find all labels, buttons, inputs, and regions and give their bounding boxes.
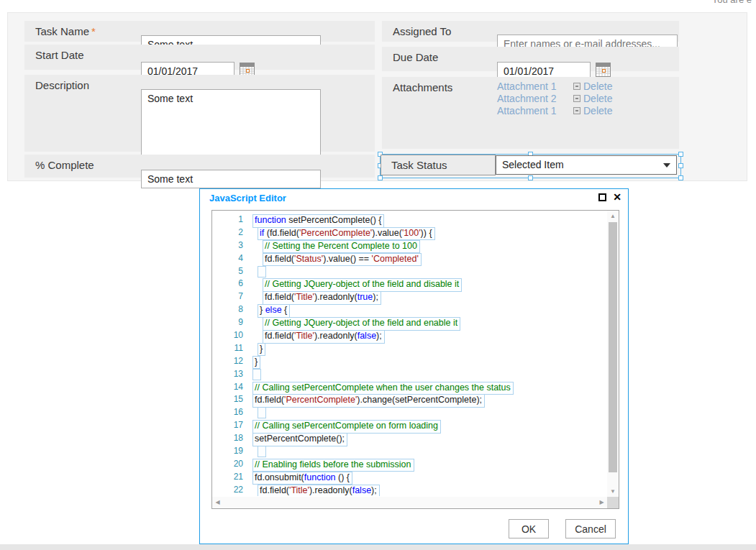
attachment-row: Attachment 2Delete bbox=[497, 93, 612, 104]
assigned-to-label: Assigned To bbox=[393, 25, 451, 37]
attachment-row: Attachment 1Delete bbox=[497, 105, 612, 116]
start-date-label: Start Date bbox=[35, 49, 84, 61]
code-line: setPercentComplete(); bbox=[252, 432, 606, 445]
line-number: 7 bbox=[212, 290, 252, 303]
line-number: 2 bbox=[212, 226, 252, 239]
code-line: } else { bbox=[252, 303, 606, 316]
line-number: 19 bbox=[212, 445, 252, 458]
delete-icon[interactable] bbox=[573, 83, 580, 90]
page: You are e Task Name* Start Date Descript… bbox=[0, 0, 756, 550]
selection-handle[interactable] bbox=[678, 152, 683, 157]
line-number: 22 bbox=[212, 484, 252, 497]
code-lines: function setPercentComplete() {if (fd.fi… bbox=[252, 214, 606, 496]
line-number: 10 bbox=[212, 329, 252, 342]
code-line: function setPercentComplete() { bbox=[252, 214, 606, 226]
selection-handle[interactable] bbox=[678, 163, 683, 168]
due-date-calendar-icon[interactable] bbox=[596, 63, 611, 77]
field-row-attachments: Attachments Attachment 1Delete Attachmen… bbox=[382, 77, 679, 149]
ok-button[interactable]: OK bbox=[509, 519, 549, 538]
scrollbar-corner bbox=[607, 497, 619, 508]
horizontal-scrollbar[interactable]: ◀ ▶ bbox=[212, 497, 607, 508]
selection-handle[interactable] bbox=[528, 175, 533, 180]
delete-link[interactable]: Delete bbox=[583, 93, 612, 104]
attachment-link[interactable]: Attachment 1 bbox=[497, 105, 568, 116]
selection-handle[interactable] bbox=[678, 175, 683, 180]
bottom-strip bbox=[0, 544, 756, 550]
code-line bbox=[252, 406, 606, 419]
code-line: // Enabling fields before the submission bbox=[252, 458, 606, 471]
description-label: Description bbox=[35, 79, 89, 91]
percent-complete-input[interactable] bbox=[141, 170, 321, 188]
task-status-value: Selected Item bbox=[502, 159, 564, 170]
line-number: 8 bbox=[212, 303, 252, 316]
code-line: fd.field('Title').readonly(true); bbox=[252, 290, 606, 303]
line-number: 18 bbox=[212, 432, 252, 445]
attachment-row: Attachment 1Delete bbox=[497, 81, 612, 92]
line-number: 20 bbox=[212, 458, 252, 471]
line-number: 15 bbox=[212, 393, 252, 406]
code-line: // Getting JQuery-object of the field an… bbox=[252, 316, 606, 329]
percent-complete-label: % Complete bbox=[35, 159, 94, 171]
code-line bbox=[252, 445, 606, 458]
form-panel: Task Name* Start Date Description Some t… bbox=[7, 12, 747, 181]
vertical-scrollbar[interactable]: ▲ ▼ bbox=[607, 211, 619, 497]
description-textarea[interactable]: Some text bbox=[141, 89, 321, 162]
due-date-label: Due Date bbox=[393, 51, 438, 63]
attachment-link[interactable]: Attachment 1 bbox=[497, 81, 568, 92]
code-line bbox=[252, 368, 606, 381]
code-line bbox=[252, 265, 606, 278]
task-name-label: Task Name* bbox=[35, 25, 96, 37]
code-line: // Calling setPercentComplete on form lo… bbox=[252, 419, 606, 432]
line-number: 6 bbox=[212, 278, 252, 290]
javascript-editor-dialog: JavaScript Editor ✕ 12345678910111213141… bbox=[199, 188, 629, 544]
attachment-link[interactable]: Attachment 2 bbox=[497, 93, 568, 104]
line-number: 5 bbox=[212, 265, 252, 278]
cancel-button[interactable]: Cancel bbox=[565, 519, 616, 538]
delete-icon[interactable] bbox=[573, 107, 580, 114]
line-number: 3 bbox=[212, 239, 252, 252]
code-line: } bbox=[252, 355, 606, 368]
selection-handle[interactable] bbox=[378, 175, 383, 180]
scroll-left-icon[interactable]: ◀ bbox=[212, 497, 223, 508]
code-line: fd.field('Status').value() == 'Completed… bbox=[252, 252, 606, 265]
code-line: // Calling setPercentComplete when the u… bbox=[252, 381, 606, 394]
delete-link[interactable]: Delete bbox=[583, 105, 612, 116]
required-asterisk: * bbox=[91, 25, 96, 37]
code-line: // Setting the Percent Complete to 100 bbox=[252, 239, 606, 252]
code-line: fd.field('Title').readonly(false); bbox=[252, 484, 606, 496]
line-number: 4 bbox=[212, 252, 252, 265]
line-number: 17 bbox=[212, 419, 252, 432]
scroll-up-icon[interactable]: ▲ bbox=[607, 211, 619, 221]
code-gutter: 12345678910111213141516171819202122 bbox=[212, 214, 252, 497]
line-number: 14 bbox=[212, 381, 252, 394]
attachments-label: Attachments bbox=[393, 81, 452, 93]
code-line: fd.field('PercentComplete').change(setPe… bbox=[252, 393, 606, 406]
code-editor[interactable]: 12345678910111213141516171819202122 func… bbox=[211, 210, 619, 509]
code-line: // Getting JQuery-object of the field an… bbox=[252, 278, 606, 290]
line-number: 12 bbox=[212, 355, 252, 368]
close-icon[interactable]: ✕ bbox=[613, 191, 621, 203]
code-line: if (fd.field('PercentComplete').value('1… bbox=[252, 226, 606, 239]
line-number: 9 bbox=[212, 316, 252, 329]
line-number: 13 bbox=[212, 368, 252, 381]
vertical-scroll-thumb[interactable] bbox=[609, 222, 617, 472]
line-number: 21 bbox=[212, 471, 252, 484]
task-status-label: Task Status bbox=[381, 155, 496, 175]
code-line: fd.field('Title').readonly(false); bbox=[252, 329, 606, 342]
scroll-down-icon[interactable]: ▼ bbox=[607, 486, 619, 497]
clipped-top-right-text: You are e bbox=[712, 0, 752, 5]
line-number: 1 bbox=[212, 214, 252, 226]
code-line: } bbox=[252, 342, 606, 355]
chevron-down-icon bbox=[663, 163, 670, 168]
line-number: 11 bbox=[212, 342, 252, 355]
scroll-right-icon[interactable]: ▶ bbox=[596, 497, 607, 508]
task-status-selection[interactable]: Task Status Selected Item bbox=[380, 154, 681, 178]
line-number: 16 bbox=[212, 406, 252, 419]
delete-link[interactable]: Delete bbox=[583, 81, 612, 92]
task-status-dropdown[interactable]: Selected Item bbox=[496, 155, 677, 175]
maximize-icon[interactable] bbox=[598, 193, 606, 201]
code-line: fd.onsubmit(function () { bbox=[252, 471, 606, 484]
delete-icon[interactable] bbox=[573, 95, 580, 102]
dialog-title: JavaScript Editor bbox=[209, 193, 286, 203]
